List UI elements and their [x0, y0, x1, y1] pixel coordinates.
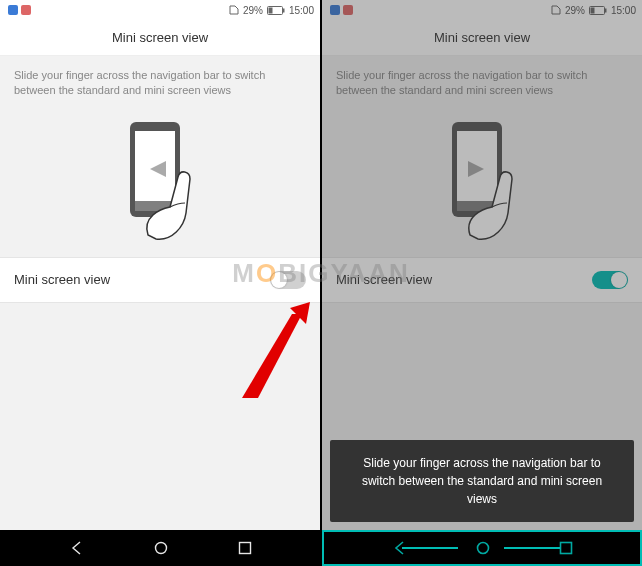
- sim-icon: [229, 5, 239, 15]
- title-bar: Mini screen view: [0, 20, 320, 56]
- nav-home-button[interactable]: [153, 540, 169, 556]
- svg-rect-8: [239, 543, 250, 554]
- toggle-label: Mini screen view: [14, 272, 110, 287]
- phone-left: 29% 15:00 Mini screen view Slide your fi…: [0, 0, 320, 566]
- svg-point-16: [478, 543, 489, 554]
- nav-recent-button[interactable]: [559, 541, 573, 555]
- nav-home-button[interactable]: [475, 540, 491, 556]
- nav-recent-button[interactable]: [238, 541, 252, 555]
- status-left-icons: [6, 5, 32, 15]
- phone-right: 29% 15:00 Mini screen view Slide your fi…: [322, 0, 642, 566]
- status-indicator-icon: [21, 5, 31, 15]
- navigation-bar[interactable]: [0, 530, 320, 566]
- swipe-guide-line: [402, 547, 458, 549]
- status-bar: 29% 15:00: [0, 0, 320, 20]
- toggle-knob: [271, 272, 287, 288]
- svg-rect-2: [283, 8, 285, 12]
- nav-back-button[interactable]: [69, 540, 85, 556]
- page-title: Mini screen view: [112, 30, 208, 45]
- popup-text: Slide your finger across the navigation …: [362, 456, 602, 506]
- svg-rect-4: [135, 131, 175, 201]
- svg-rect-17: [560, 543, 571, 554]
- swipe-guide-line: [504, 547, 560, 549]
- nav-back-button[interactable]: [392, 540, 408, 556]
- toggle-row[interactable]: Mini screen view: [0, 257, 320, 303]
- navigation-bar-highlighted[interactable]: [322, 530, 642, 566]
- battery-icon: [267, 6, 285, 15]
- mini-screen-toggle[interactable]: [270, 271, 306, 289]
- svg-rect-1: [268, 7, 272, 13]
- gesture-illustration: [0, 107, 320, 257]
- instruction-text: Slide your finger across the navigation …: [0, 56, 320, 107]
- status-indicator-icon: [8, 5, 18, 15]
- svg-point-7: [156, 543, 167, 554]
- battery-percent: 29%: [243, 5, 263, 16]
- clock-text: 15:00: [289, 5, 314, 16]
- hint-popup: Slide your finger across the navigation …: [330, 440, 634, 522]
- empty-area: [0, 303, 320, 530]
